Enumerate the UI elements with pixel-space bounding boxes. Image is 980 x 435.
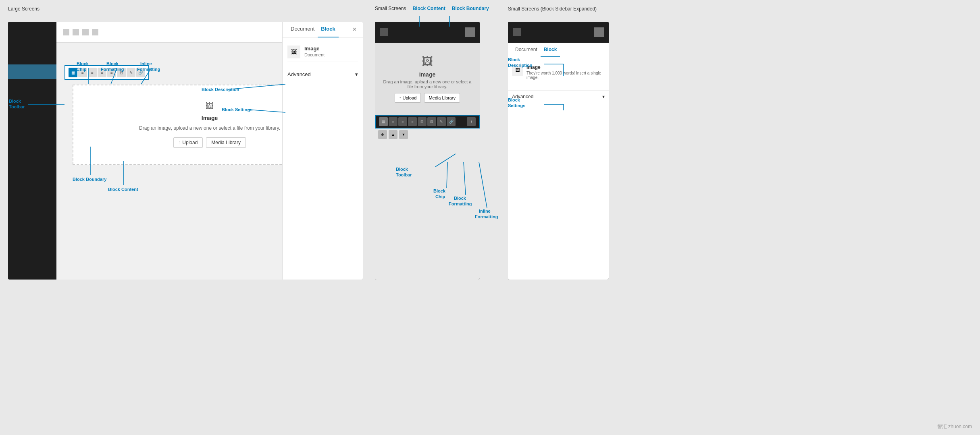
ss-block-image-area: 🖼 Image Drag an image, upload a new one …	[375, 43, 480, 115]
se-panel-tabs: Document Block	[508, 43, 609, 57]
se-panel-advanced[interactable]: Advanced ▾	[508, 90, 609, 103]
ss-image-icon: 🖼	[381, 55, 473, 68]
ss-bottom-down[interactable]: ▼	[399, 130, 408, 139]
panel-block-icon: 🖼	[287, 46, 300, 58]
toolbar-pencil-icon[interactable]: ✎	[127, 68, 135, 77]
ss-block-title: Image	[381, 71, 473, 78]
toolbar-wide-icon[interactable]: ⊟	[117, 68, 126, 77]
ss-block-toolbar: ▦ ≡ ≡ ≡ ⊟ ⊟ ✎ 🔗 ⋮	[375, 115, 480, 128]
se-panel: Document Block 🖼 Image They're worth 1,0…	[508, 43, 609, 280]
ss-media-btn[interactable]: Media Library	[424, 93, 460, 103]
toolbar-align-full-icon[interactable]: ≡	[107, 68, 116, 77]
small-screens-section: Small Screens Block Content Block Bounda…	[375, 6, 489, 14]
block-image-icon: 🖼	[206, 102, 214, 111]
toolbar-align-right-icon[interactable]: ≡	[98, 68, 106, 77]
panel-advanced[interactable]: Advanced ▾	[283, 67, 363, 81]
toolbar-align-left-icon[interactable]: ≡	[78, 68, 87, 77]
ls-sidebar-highlight	[8, 64, 56, 79]
ss-expanded-section: Small Screens (Block Sidebar Expanded) D…	[508, 6, 597, 12]
ss-upload-btn[interactable]: ↑ Upload	[395, 93, 421, 103]
se-block-icon: 🖼	[512, 64, 523, 76]
ss-bottom-zoom[interactable]: ⊕	[378, 130, 387, 139]
toolbar-link-icon[interactable]: 🔗	[136, 68, 145, 77]
toolbar-image-icon[interactable]: ▦	[69, 68, 77, 77]
watermark: 智汇 zhuon.com	[937, 423, 972, 430]
ss-toolbar-align-right[interactable]: ≡	[408, 117, 417, 126]
svg-text:Inline: Inline	[479, 209, 491, 213]
ls-block-panel: Document Block × 🖼 Image Document Advanc…	[282, 22, 363, 280]
se-topbar-sq2	[594, 27, 604, 37]
ss-toolbar-more[interactable]: ⋮	[467, 117, 476, 126]
se-block-name: Image	[526, 64, 605, 70]
tab-document[interactable]: Document	[287, 22, 318, 37]
large-screens-label: Large Screens	[8, 6, 40, 12]
large-screens-section: Large Screens Publish ⋮ ▦	[8, 6, 40, 12]
panel-body: 🖼 Image Document	[283, 37, 363, 67]
ss-block-desc: Drag an image, upload a new one or selec…	[381, 79, 473, 89]
toolbar-align-center-icon[interactable]: ≡	[88, 68, 97, 77]
ls-editor: Publish ⋮ ▦ ≡ ≡ ≡ ≡ ⊟ ✎ 🔗	[56, 22, 363, 280]
ss-toolbar-full[interactable]: ⊟	[427, 117, 436, 126]
panel-block-desc-1: Document	[304, 52, 358, 57]
small-screens-window: 🖼 Image Drag an image, upload a new one …	[375, 22, 480, 280]
se-block-item: 🖼 Image They're worth 1,000 words! Inser…	[512, 61, 605, 83]
block-toolbar: ▦ ≡ ≡ ≡ ≡ ⊟ ✎ 🔗	[65, 65, 149, 80]
ss-editor: 🖼 Image Drag an image, upload a new one …	[375, 43, 480, 280]
se-topbar-sq	[513, 28, 521, 36]
ss-toolbar-pencil[interactable]: ✎	[437, 117, 446, 126]
ss-topbar-sq	[380, 28, 388, 36]
panel-close-icon[interactable]: ×	[351, 22, 358, 37]
panel-advanced-label: Advanced	[287, 71, 311, 77]
se-advanced-label: Advanced	[512, 94, 533, 99]
chevron-down-icon: ▾	[355, 71, 358, 77]
ss-bottom-up[interactable]: ▲	[389, 130, 397, 139]
tab-block[interactable]: Block	[318, 22, 338, 37]
block-desc: Drag an image, upload a new one or selec…	[139, 125, 280, 131]
media-library-button[interactable]: Media Library	[206, 137, 246, 148]
topbar-sq4	[92, 29, 98, 35]
topbar-sq2	[73, 29, 79, 35]
ss-bottom-bar: ⊕ ▲ ▼	[375, 128, 480, 141]
panel-block-item: 🖼 Image Document	[287, 42, 358, 62]
ls-sidebar	[8, 22, 56, 280]
se-chevron-down-icon: ▾	[602, 94, 605, 99]
ss-toolbar-image-icon[interactable]: ▦	[379, 117, 388, 126]
ss-toolbar-wide[interactable]: ⊟	[418, 117, 427, 126]
block-boundary-label: Block Boundary	[452, 6, 489, 11]
se-topbar	[508, 22, 609, 43]
se-panel-body: 🖼 Image They're worth 1,000 words! Inser…	[508, 57, 609, 87]
se-tab-document[interactable]: Document	[512, 43, 541, 57]
se-block-info: Image They're worth 1,000 words! Insert …	[526, 64, 605, 80]
ss-expanded-label: Small Screens (Block Sidebar Expanded)	[508, 6, 597, 12]
ss-topbar	[375, 22, 480, 43]
large-screens-window: Publish ⋮ ▦ ≡ ≡ ≡ ≡ ⊟ ✎ 🔗	[8, 22, 363, 280]
upload-button[interactable]: ↑ Upload	[173, 137, 203, 148]
ss-expanded-window: Document Block 🖼 Image They're worth 1,0…	[508, 22, 609, 280]
svg-line-31	[479, 162, 487, 208]
ss-toolbar-link[interactable]: 🔗	[447, 117, 456, 126]
topbar-sq1	[63, 29, 69, 35]
panel-block-info: Image Document	[304, 46, 358, 57]
block-title: Image	[202, 115, 218, 121]
ss-toolbar-align-left[interactable]: ≡	[389, 117, 397, 126]
small-screens-label: Small Screens	[375, 6, 406, 11]
panel-tabs: Document Block ×	[283, 22, 363, 37]
se-tab-block[interactable]: Block	[541, 43, 560, 57]
se-block-desc: They're worth 1,000 words! Insert a sing…	[526, 71, 605, 80]
panel-block-name: Image	[304, 46, 358, 52]
block-content-label: Block Content	[412, 6, 445, 11]
topbar-sq3	[82, 29, 89, 35]
ss-topbar-sq-dark	[465, 27, 475, 37]
ss-toolbar-align-center[interactable]: ≡	[398, 117, 407, 126]
